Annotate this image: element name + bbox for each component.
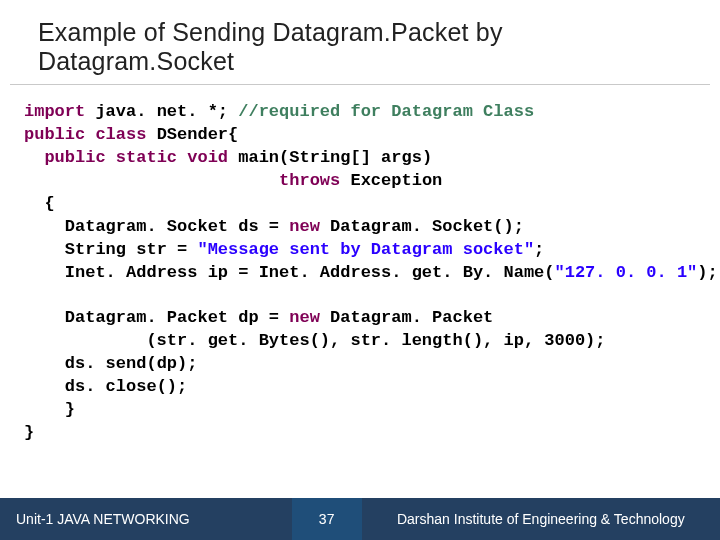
keyword-static: static: [116, 148, 177, 167]
code-line: Datagram. Socket();: [320, 217, 524, 236]
keyword-import: import: [24, 102, 85, 121]
code-block: import java. net. *; //required for Data…: [0, 85, 720, 498]
import-package: java. net. *;: [85, 102, 238, 121]
string-literal: "127. 0. 0. 1": [555, 263, 698, 282]
code-line: ;: [534, 240, 544, 259]
footer: Unit-1 JAVA NETWORKING 37 Darshan Instit…: [0, 498, 720, 540]
footer-institute: Darshan Institute of Engineering & Techn…: [362, 498, 720, 540]
footer-page-number: 37: [292, 498, 362, 540]
code-line: (str. get. Bytes(), str. length(), ip, 3…: [146, 331, 605, 350]
code-line: Datagram. Packet: [320, 308, 493, 327]
code-line: Datagram. Socket ds =: [65, 217, 289, 236]
keyword-public: public: [24, 125, 85, 144]
code-line: ds. close();: [65, 377, 187, 396]
footer-unit: Unit-1 JAVA NETWORKING: [0, 498, 292, 540]
code-line: Inet. Address ip = Inet. Address. get. B…: [65, 263, 555, 282]
keyword-new: new: [289, 217, 320, 236]
keyword-class: class: [95, 125, 146, 144]
code-line: );: [697, 263, 717, 282]
string-literal: "Message sent by Datagram socket": [197, 240, 534, 259]
code-line: String str =: [65, 240, 198, 259]
code-line: Datagram. Packet dp =: [65, 308, 289, 327]
main-signature: main(String[] args): [228, 148, 432, 167]
keyword-void: void: [187, 148, 228, 167]
keyword-throws: throws: [279, 171, 340, 190]
brace: }: [65, 400, 75, 419]
throws-clause: Exception: [340, 171, 442, 190]
class-name: DSender{: [146, 125, 238, 144]
slide: Example of Sending Datagram.Packet by Da…: [0, 0, 720, 540]
brace: }: [24, 423, 34, 442]
keyword-public: public: [44, 148, 105, 167]
comment: //required for Datagram Class: [238, 102, 534, 121]
slide-title: Example of Sending Datagram.Packet by Da…: [10, 0, 710, 85]
brace: {: [44, 194, 54, 213]
keyword-new: new: [289, 308, 320, 327]
code-line: ds. send(dp);: [65, 354, 198, 373]
